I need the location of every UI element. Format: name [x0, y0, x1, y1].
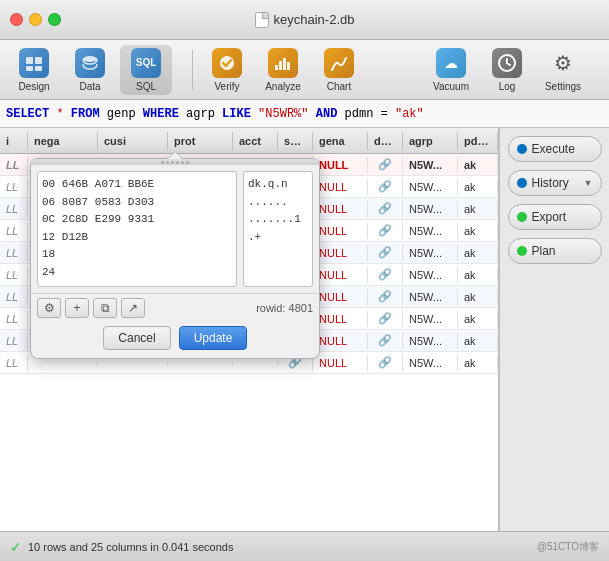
- design-button[interactable]: Design: [8, 45, 60, 95]
- settings-button[interactable]: ⚙ Settings: [537, 45, 589, 95]
- minimize-button[interactable]: [29, 13, 42, 26]
- chart-icon: [324, 48, 354, 78]
- log-icon: [492, 48, 522, 78]
- hex-line: 0C 2C8D E299 9331: [42, 211, 232, 229]
- data-icon: [75, 48, 105, 78]
- export-label: Export: [532, 210, 567, 224]
- close-button[interactable]: [10, 13, 23, 26]
- vacuum-button[interactable]: ☁ Vacuum: [425, 45, 477, 95]
- status-bar: ✓ 10 rows and 25 columns in 0.041 second…: [0, 531, 609, 561]
- execute-label: Execute: [532, 142, 575, 156]
- analyze-button[interactable]: Analyze: [257, 45, 309, 95]
- verify-icon: [212, 48, 242, 78]
- vacuum-label: Vacuum: [433, 81, 469, 92]
- sql-button[interactable]: SQL SQL: [120, 45, 172, 95]
- log-button[interactable]: Log: [481, 45, 533, 95]
- settings-icon: ⚙: [548, 48, 578, 78]
- chart-button[interactable]: Chart: [313, 45, 365, 95]
- popup-dot: [166, 161, 169, 164]
- update-button[interactable]: Update: [179, 326, 247, 350]
- popup-editor: 00 646B A071 BB6E 06 8087 0583 D303 0C 2…: [30, 158, 320, 359]
- hex-line: 00 646B A071 BB6E: [42, 176, 232, 194]
- plan-dot: [517, 246, 527, 256]
- svg-rect-9: [287, 62, 290, 70]
- data-label: Data: [79, 81, 100, 92]
- verify-label: Verify: [214, 81, 239, 92]
- toolbar-group-tools: Verify Analyze Chart: [201, 45, 365, 95]
- data-button[interactable]: Data: [64, 45, 116, 95]
- popup-dot: [181, 161, 184, 164]
- table-area: i nega cusi prot acct svce gena data agr…: [0, 128, 499, 531]
- td-null-data: 🔗: [368, 156, 403, 173]
- svg-rect-0: [26, 57, 33, 64]
- hex-panel[interactable]: 00 646B A071 BB6E 06 8087 0583 D303 0C 2…: [37, 171, 237, 287]
- col-header-pdmn: pdmn: [458, 132, 498, 150]
- col-header-data: data: [368, 132, 403, 150]
- col-header-nega: nega: [28, 132, 98, 150]
- execute-button[interactable]: Execute: [508, 136, 602, 162]
- table-header: i nega cusi prot acct svce gena data agr…: [0, 128, 498, 154]
- popup-triangle: [167, 151, 183, 159]
- design-icon: [19, 48, 49, 78]
- file-icon: [255, 12, 269, 28]
- verify-button[interactable]: Verify: [201, 45, 253, 95]
- popup-copy-button[interactable]: ⧉: [93, 298, 117, 318]
- cancel-button[interactable]: Cancel: [103, 326, 171, 350]
- hex-line: 24: [42, 264, 232, 282]
- svg-rect-2: [26, 66, 33, 71]
- export-button[interactable]: Export: [508, 204, 602, 230]
- svg-rect-6: [275, 65, 278, 70]
- td-null-pdmn: ak: [458, 157, 498, 173]
- popup-add-button[interactable]: +: [65, 298, 89, 318]
- export-dot: [517, 212, 527, 222]
- history-button[interactable]: History ▼: [508, 170, 602, 196]
- maximize-button[interactable]: [48, 13, 61, 26]
- toolbar-sep-1: [192, 50, 193, 90]
- td-null-gena: NULL: [313, 157, 368, 173]
- svg-rect-3: [35, 66, 42, 71]
- right-sidebar: Execute History ▼ Export Plan: [499, 128, 609, 531]
- titlebar-title: keychain-2.db: [255, 12, 355, 28]
- col-header-svce: svce: [278, 132, 313, 150]
- svg-rect-1: [35, 57, 42, 64]
- popup-gear-button[interactable]: ⚙: [37, 298, 61, 318]
- text-line: .+: [248, 229, 308, 247]
- popup-export-button[interactable]: ↗: [121, 298, 145, 318]
- popup-dots: [161, 161, 189, 164]
- text-line: dk.q.n: [248, 176, 308, 194]
- text-panel[interactable]: dk.q.n ...... .......1 .+: [243, 171, 313, 287]
- status-icon: ✓: [10, 539, 22, 555]
- popup-dot: [176, 161, 179, 164]
- toolbar-group-main: Design Data SQL SQL: [8, 45, 172, 95]
- plan-label: Plan: [532, 244, 556, 258]
- col-header-gena: gena: [313, 132, 368, 150]
- td-null-i: LL: [0, 157, 28, 173]
- log-label: Log: [499, 81, 516, 92]
- popup-dot: [186, 161, 189, 164]
- popup-toolbar: ⚙ + ⧉ ↗ rowid: 4801: [31, 293, 319, 322]
- plan-button[interactable]: Plan: [508, 238, 602, 264]
- titlebar: keychain-2.db: [0, 0, 609, 40]
- analyze-icon: [268, 48, 298, 78]
- svg-rect-8: [283, 58, 286, 70]
- design-label: Design: [18, 81, 49, 92]
- execute-dot: [517, 144, 527, 154]
- text-line: .......1: [248, 211, 308, 229]
- status-text: 10 rows and 25 columns in 0.041 seconds: [28, 541, 233, 553]
- history-dot: [517, 178, 527, 188]
- settings-label: Settings: [545, 81, 581, 92]
- col-header-cusi: cusi: [98, 132, 168, 150]
- history-arrow: ▼: [584, 178, 593, 188]
- col-header-prot: prot: [168, 132, 233, 150]
- vacuum-icon: ☁: [436, 48, 466, 78]
- svg-point-4: [83, 56, 97, 62]
- td-null-agrp: N5W...: [403, 157, 458, 173]
- hex-line: 18: [42, 246, 232, 264]
- sql-bar: SELECT * FROM genp WHERE agrp LIKE "N5WR…: [0, 100, 609, 128]
- toolbar: Design Data SQL SQL Verify Analyze: [0, 40, 609, 100]
- sql-query: SELECT * FROM genp WHERE agrp LIKE "N5WR…: [6, 107, 424, 121]
- toolbar-group-right: ☁ Vacuum Log ⚙ Settings: [425, 45, 589, 95]
- popup-rowid: rowid: 4801: [256, 302, 313, 314]
- col-header-agrp: agrp: [403, 132, 458, 150]
- hex-line: 06 8087 0583 D303: [42, 194, 232, 212]
